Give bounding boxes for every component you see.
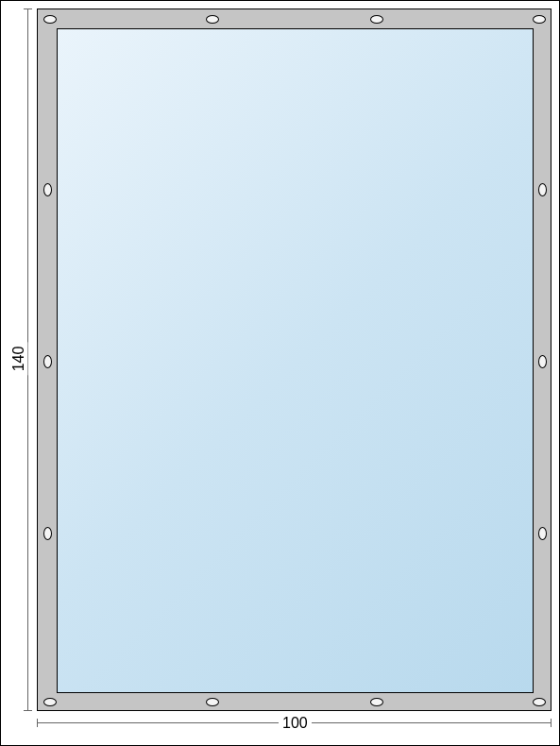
grommet-icon — [43, 15, 57, 24]
grommet-icon — [43, 698, 57, 706]
grommet-icon — [538, 527, 547, 540]
grommet-icon — [43, 183, 52, 196]
dimension-width-label: 100 — [279, 715, 312, 732]
grommet-icon — [533, 15, 546, 24]
dimension-height-label: 140 — [10, 343, 27, 376]
grommet-icon — [538, 355, 547, 368]
panel-frame — [37, 8, 552, 711]
grommet-icon — [43, 355, 52, 368]
grommet-icon — [533, 698, 546, 706]
grommet-icon — [206, 15, 219, 24]
panel-glass — [57, 28, 534, 693]
grommet-icon — [370, 698, 383, 706]
grommet-icon — [538, 183, 547, 196]
grommet-icon — [370, 15, 383, 24]
grommet-icon — [206, 698, 219, 706]
grommet-icon — [43, 527, 52, 540]
